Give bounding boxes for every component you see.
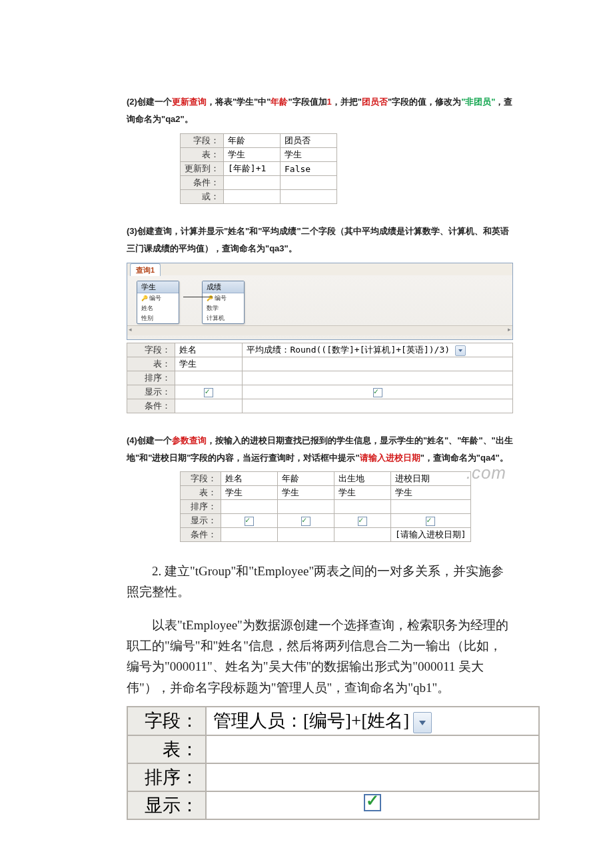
query-tab[interactable]: 查询1 [130, 263, 161, 276]
show-checkbox[interactable] [245, 517, 254, 526]
table-row: 表：学生 [127, 357, 513, 371]
table-row: 条件： [请输入进校日期] [181, 528, 471, 542]
show-checkbox[interactable] [373, 388, 382, 397]
table-row: 表： 学生 学生 学生 学生 [181, 486, 471, 500]
table-row: 排序： [127, 763, 539, 791]
show-checkbox[interactable] [301, 517, 310, 526]
table-row: 排序： [127, 371, 513, 385]
table-row: 或： [181, 190, 337, 204]
scrollbar[interactable]: ◂▸ [127, 325, 512, 335]
table-box-score[interactable]: 成绩 🔑编号 数学 计算机 [202, 281, 245, 324]
table-row: 字段：姓名平均成绩：Round(([数学]+[计算机]+[英语])/3) [127, 343, 513, 357]
table-row: 更新到：[年龄]+1False [181, 162, 337, 176]
show-checkbox[interactable] [364, 794, 381, 811]
paragraph-1: 2. 建立"tGroup"和"tEmployee"两表之间的一对多关系，并实施参… [127, 561, 513, 603]
q2-grid: 字段：年龄团员否 表：学生学生 更新到：[年龄]+1False 条件： 或： [180, 133, 337, 204]
table-box-student[interactable]: 学生 🔑编号 姓名 性别 [137, 281, 179, 324]
table-row: 显示： [181, 514, 471, 528]
scroll-left-icon[interactable]: ◂ [129, 326, 132, 335]
table-row: 字段： 管理人员：[编号]+[姓名] [127, 707, 539, 735]
table-row: 表： [127, 735, 539, 763]
table-row: 字段： 姓名 年龄 出生地 进校日期 [181, 472, 471, 486]
chevron-down-icon[interactable] [413, 712, 432, 733]
key-icon: 🔑 [141, 295, 148, 301]
table-row: 显示： [127, 791, 539, 819]
q3-grid: 字段：姓名平均成绩：Round(([数学]+[计算机]+[英语])/3) 表：学… [127, 343, 513, 413]
table-row: 条件： [181, 176, 337, 190]
table-row: 显示： [127, 385, 513, 399]
paragraph-2: 以表"tEmployee"为数据源创建一个选择查询，检索职务为经理的职工的"编号… [127, 615, 513, 698]
q3-instruction: (3)创建查询，计算并显示"姓名"和"平均成绩"二个字段（其中平均成绩是计算数学… [127, 223, 513, 257]
show-checkbox[interactable] [426, 517, 435, 526]
table-row: 表：学生学生 [181, 148, 337, 162]
q4-instruction: (4)创建一个参数查询，按输入的进校日期查找已报到的学生信息，显示学生的"姓名"… [127, 432, 513, 467]
table-row: 字段：年龄团员否 [181, 134, 337, 148]
table-row: 条件： [127, 399, 513, 413]
show-checkbox[interactable] [358, 517, 367, 526]
table-row: 排序： [181, 500, 471, 514]
scroll-right-icon[interactable]: ▸ [508, 326, 511, 335]
big-grid: 字段： 管理人员：[编号]+[姓名] 表： 排序： 显示： [127, 706, 540, 820]
q3-design-view: 查询1 学生 🔑编号 姓名 性别 成绩 🔑编号 数学 计算机 ◂▸ [127, 263, 513, 340]
q4-grid: 字段： 姓名 年龄 出生地 进校日期 表： 学生 学生 学生 学生 排序： 显示… [180, 471, 471, 542]
q2-instruction: (2)创建一个更新查询，将表"学生"中"年龄"字段值加1，并把"团员否"字段的值… [127, 93, 513, 128]
show-checkbox[interactable] [204, 388, 213, 397]
chevron-down-icon[interactable] [455, 345, 466, 356]
join-line-icon [183, 294, 213, 301]
